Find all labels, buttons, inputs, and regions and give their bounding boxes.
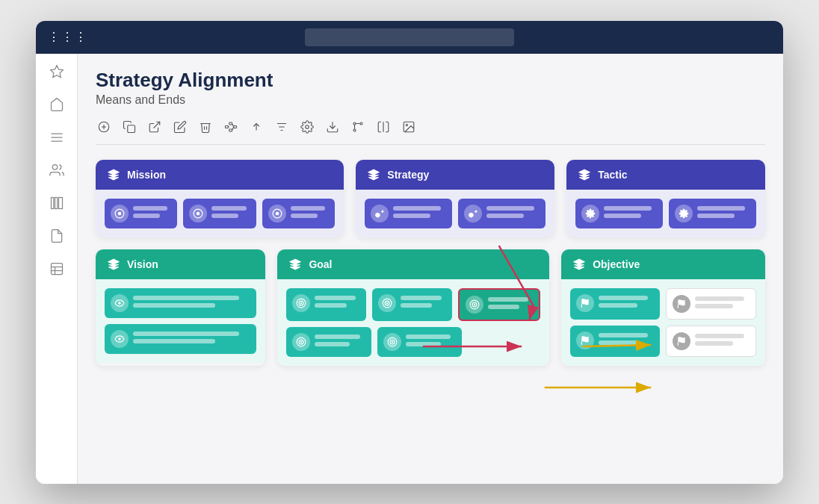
- mission-item-3[interactable]: [262, 199, 335, 228]
- objective-item-2[interactable]: [666, 288, 756, 320]
- mission-item-2-icon: [189, 205, 207, 223]
- svg-line-23: [232, 127, 234, 131]
- grid-icon[interactable]: ⋮⋮⋮: [48, 30, 88, 44]
- goal-item-4[interactable]: [286, 327, 371, 357]
- toolbar-copy[interactable]: [121, 119, 137, 135]
- titlebar: ⋮⋮⋮: [36, 21, 783, 54]
- toolbar-split[interactable]: [375, 119, 392, 135]
- objective-item-2-icon: [673, 295, 690, 313]
- vision-item-1-icon: [111, 294, 129, 312]
- card-strategy: Strategy: [356, 160, 554, 237]
- tactic-item-1[interactable]: [575, 199, 663, 228]
- svg-rect-5: [51, 197, 53, 208]
- svg-point-56: [300, 340, 302, 342]
- svg-point-32: [353, 122, 356, 125]
- svg-point-36: [118, 211, 122, 215]
- bottom-row: Vision: [96, 249, 765, 366]
- svg-line-16: [154, 122, 160, 128]
- svg-rect-20: [234, 125, 237, 128]
- sidebar-icon-table[interactable]: [48, 260, 66, 278]
- vision-item-2-icon: [111, 330, 129, 348]
- search-bar[interactable]: [305, 28, 514, 46]
- top-row: Mission: [96, 160, 765, 237]
- svg-point-44: [118, 337, 121, 340]
- toolbar-download[interactable]: [324, 119, 341, 135]
- toolbar-add[interactable]: [96, 119, 112, 135]
- svg-marker-0: [50, 65, 63, 77]
- toolbar-branch[interactable]: [350, 119, 366, 135]
- svg-point-38: [197, 211, 200, 215]
- app-window: ⋮⋮⋮: [36, 21, 783, 484]
- sidebar-icon-list[interactable]: [48, 128, 66, 146]
- svg-point-59: [391, 340, 392, 342]
- vision-label: Vision: [127, 258, 158, 270]
- svg-point-47: [300, 302, 302, 303]
- svg-rect-19: [229, 129, 232, 131]
- svg-point-34: [406, 124, 407, 125]
- mission-item-1[interactable]: [105, 199, 177, 228]
- strategy-item-1[interactable]: [365, 199, 452, 228]
- toolbar-image[interactable]: [401, 119, 417, 135]
- card-mission: Mission: [96, 160, 344, 237]
- toolbar-settings[interactable]: [299, 119, 315, 135]
- sidebar-icon-users[interactable]: [48, 161, 66, 179]
- page-subtitle: Means and Ends: [96, 93, 765, 107]
- sidebar: [36, 54, 78, 484]
- goal-item-3-icon: [466, 296, 483, 314]
- mission-item-1-icon: [111, 205, 129, 223]
- strategy-item-2[interactable]: [458, 199, 546, 228]
- goal-item-1-icon: [292, 294, 310, 312]
- goal-item-3[interactable]: [458, 288, 541, 321]
- toolbar: [96, 119, 765, 145]
- svg-rect-18: [229, 122, 232, 125]
- page-title: Strategy Alignment: [96, 69, 765, 92]
- strategy-item-1-icon: [371, 205, 389, 223]
- vision-icon: [106, 257, 121, 272]
- toolbar-edit[interactable]: [172, 119, 188, 135]
- goal-item-5-icon: [383, 333, 401, 351]
- objective-item-3[interactable]: [570, 326, 659, 357]
- goal-item-5[interactable]: [377, 327, 462, 357]
- sidebar-icon-home[interactable]: [48, 96, 66, 113]
- goal-item-2[interactable]: [372, 288, 452, 321]
- sidebar-icon-document[interactable]: [48, 227, 66, 245]
- content-area: Strategy Alignment Means and Ends: [78, 54, 783, 484]
- tactic-item-2[interactable]: [669, 199, 756, 228]
- mission-icon: [106, 167, 121, 182]
- objective-item-1[interactable]: [570, 288, 659, 320]
- toolbar-filter[interactable]: [273, 119, 290, 135]
- objective-item-3-icon: [576, 332, 594, 349]
- card-tactic: Tactic: [566, 160, 765, 237]
- objective-icon: [572, 257, 587, 272]
- objective-label: Objective: [593, 258, 640, 270]
- vision-item-1[interactable]: [105, 288, 256, 318]
- svg-rect-17: [226, 125, 229, 128]
- mission-item-2[interactable]: [183, 199, 256, 228]
- goal-item-4-icon: [292, 333, 310, 351]
- svg-point-28: [306, 125, 309, 128]
- svg-point-30: [353, 129, 356, 131]
- goal-icon: [288, 257, 303, 272]
- toolbar-delete[interactable]: [197, 119, 214, 135]
- svg-rect-8: [51, 263, 62, 274]
- toolbar-hierarchy[interactable]: [223, 119, 239, 135]
- toolbar-export[interactable]: [146, 119, 163, 135]
- tactic-icon: [577, 167, 592, 182]
- goal-item-1[interactable]: [286, 288, 366, 321]
- toolbar-arrow-up[interactable]: [248, 119, 265, 135]
- svg-point-53: [473, 303, 475, 305]
- mission-label: Mission: [127, 169, 166, 181]
- svg-point-43: [118, 302, 121, 305]
- svg-rect-6: [55, 197, 57, 208]
- card-vision: Vision: [96, 249, 265, 366]
- sidebar-icon-star[interactable]: [48, 63, 66, 81]
- card-goal: Goal: [277, 249, 549, 366]
- tactic-item-2-icon: [675, 205, 693, 223]
- objective-item-4[interactable]: [666, 326, 756, 357]
- sidebar-icon-library[interactable]: [48, 194, 66, 212]
- vision-item-2[interactable]: [105, 324, 256, 354]
- diagram-area: Mission: [96, 160, 765, 366]
- svg-point-50: [386, 302, 388, 303]
- tactic-item-1-icon: [581, 205, 599, 223]
- strategy-label: Strategy: [387, 169, 429, 181]
